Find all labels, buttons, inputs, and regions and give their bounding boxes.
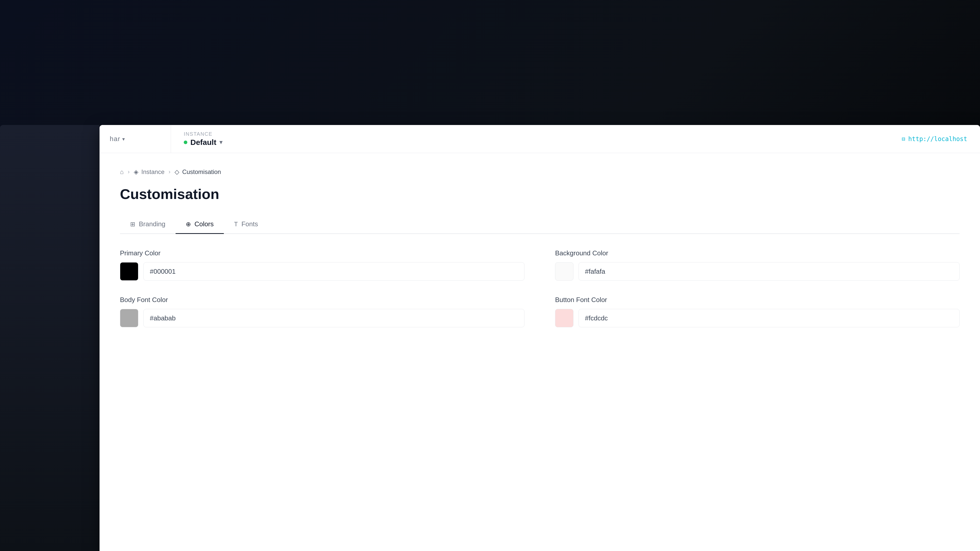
tab-branding-label: Branding (139, 220, 165, 228)
nav-label: har (110, 135, 120, 143)
primary-color-label: Primary Color (120, 249, 525, 257)
header: har ▾ INSTANCE Default ▾ ⊟ http://localh… (100, 125, 980, 153)
branding-icon: ⊞ (130, 221, 135, 228)
body-font-color-label: Body Font Color (120, 296, 525, 304)
body-font-color-input-row (120, 309, 525, 327)
tab-fonts[interactable]: T Fonts (224, 215, 268, 234)
instance-status-dot (184, 141, 187, 144)
sidebar-partial (0, 125, 100, 551)
background-color-label: Background Color (555, 249, 959, 257)
link-icon: ⊟ (902, 136, 905, 142)
nav-chevron-icon: ▾ (122, 136, 125, 142)
instance-value-text: Default (190, 138, 216, 147)
primary-color-swatch[interactable] (120, 262, 138, 281)
url-text: http://localhost (908, 135, 967, 143)
content-area: ⌂ › ◈ Instance › ◇ Customisation Customi… (100, 153, 980, 343)
body-font-color-section: Body Font Color (120, 296, 525, 327)
url-display[interactable]: ⊟ http://localhost (902, 135, 967, 143)
tabs-bar: ⊞ Branding ⊕ Colors T Fonts (120, 215, 959, 234)
header-center: INSTANCE Default ▾ (171, 125, 889, 153)
background-color-input-row (555, 262, 959, 281)
colors-icon: ⊕ (186, 221, 191, 228)
primary-color-section: Primary Color (120, 249, 525, 281)
instance-label: INSTANCE (184, 131, 877, 137)
background-color-swatch[interactable] (555, 262, 573, 281)
breadcrumb-separator-1: › (128, 168, 130, 175)
layers-icon: ◈ (134, 168, 138, 176)
fonts-icon: T (234, 221, 238, 228)
button-font-color-label: Button Font Color (555, 296, 959, 304)
header-right: ⊟ http://localhost (889, 125, 980, 153)
background-color-section: Background Color (555, 249, 959, 281)
breadcrumb: ⌂ › ◈ Instance › ◇ Customisation (120, 168, 959, 176)
button-font-color-input[interactable] (579, 309, 959, 327)
tab-colors-label: Colors (194, 220, 213, 228)
home-icon: ⌂ (120, 168, 124, 176)
instance-chevron-icon[interactable]: ▾ (220, 139, 222, 146)
breadcrumb-customisation-label: Customisation (182, 168, 221, 176)
breadcrumb-instance-label: Instance (142, 168, 165, 176)
color-grid: Primary Color Background Color Body Font… (120, 249, 959, 327)
body-font-color-input[interactable] (143, 309, 525, 327)
header-left: har ▾ (100, 125, 171, 153)
button-font-color-section: Button Font Color (555, 296, 959, 327)
breadcrumb-instance[interactable]: ◈ Instance (134, 168, 165, 176)
body-font-color-swatch[interactable] (120, 309, 138, 327)
button-font-color-input-row (555, 309, 959, 327)
breadcrumb-home[interactable]: ⌂ (120, 168, 124, 176)
diamond-icon: ◇ (175, 168, 179, 176)
button-font-color-swatch[interactable] (555, 309, 573, 327)
primary-color-input[interactable] (143, 262, 525, 281)
background-color-input[interactable] (579, 262, 959, 281)
app-window: har ▾ INSTANCE Default ▾ ⊟ http://localh… (100, 125, 980, 551)
tab-branding[interactable]: ⊞ Branding (120, 215, 176, 234)
breadcrumb-customisation[interactable]: ◇ Customisation (175, 168, 221, 176)
tab-colors[interactable]: ⊕ Colors (176, 215, 224, 234)
page-title: Customisation (120, 186, 959, 202)
tab-fonts-label: Fonts (242, 220, 258, 228)
primary-color-input-row (120, 262, 525, 281)
breadcrumb-separator-2: › (169, 168, 170, 175)
instance-value-row: Default ▾ (184, 138, 877, 147)
